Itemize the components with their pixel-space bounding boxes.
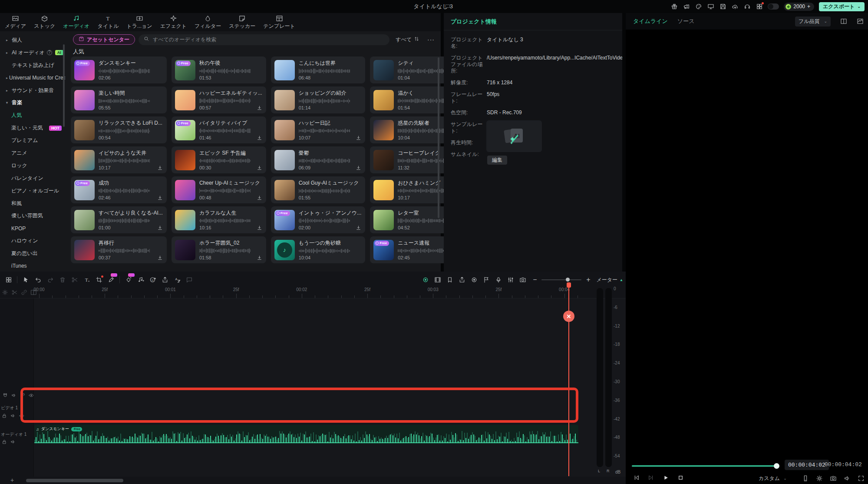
zoom-in-button[interactable]: + [585,276,592,284]
audio-card-0[interactable]: Freeダンスモンキー02:06 [71,56,167,83]
audio-card-23[interactable]: レター室04:52 [370,206,453,233]
playback-mode-dropdown[interactable]: カスタム ⌄ [759,475,787,482]
tab-filter[interactable]: フィルター [191,14,225,31]
download-icon[interactable] [157,255,163,260]
sidebar-item-11[interactable]: バレンタイン [0,172,65,185]
keyframe-icon[interactable] [125,276,132,284]
audio-card-19[interactable]: おひさまハミング10:17 [370,176,453,203]
download-icon[interactable] [356,165,361,170]
download-icon[interactable] [257,105,262,110]
zoom-knob[interactable] [566,278,570,282]
sidebar-item-14[interactable]: 優しい雰囲気 [0,209,65,222]
filter-dropdown[interactable]: すべて [396,36,419,43]
export-clip-icon[interactable] [161,276,168,284]
auto-translate-icon[interactable]: A [173,276,181,284]
tab-effect[interactable]: エフェクト [156,14,191,31]
tab-media[interactable]: メディア [1,14,30,31]
ruler-split-icon[interactable] [11,289,18,295]
download-icon[interactable] [157,195,163,200]
tab-sticker[interactable]: ステッカー [225,14,259,31]
add-to-track-icon[interactable] [434,276,442,284]
audio-card-8[interactable]: リラックスできる LoFi D...00:54 [71,116,167,143]
audio-card-14[interactable]: 憂鬱06:09 [271,146,366,173]
add-coins-button[interactable]: + [807,3,810,10]
sidebar-item-3[interactable]: ▸Universal Music for Crea... [0,72,65,84]
select-tool-icon[interactable] [22,276,30,284]
tab-source[interactable]: ソース [677,17,695,25]
audio-card-16[interactable]: Free成功02:46 [71,176,167,203]
grid-scrollbar[interactable] [438,57,439,218]
headset-icon[interactable] [743,3,751,10]
audio-card-22[interactable]: Freeイントゥ・ジ・アンノウ...02:00 [271,206,366,233]
sidebar-scrollbar[interactable] [63,44,65,127]
sidebar-item-16[interactable]: ハロウィン [0,235,65,247]
undo-icon[interactable] [34,276,42,284]
tab-stock[interactable]: ストック [30,14,59,31]
audio-card-21[interactable]: カラフルな人生10:16 [172,206,266,233]
sidebar-item-4[interactable]: ▸サウンド・効果音 [0,84,65,97]
audio-card-24[interactable]: 再移行00:37 [71,236,167,263]
render-preview-icon[interactable] [422,276,429,284]
timeline-zoom-slider[interactable] [541,279,581,280]
scope-icon[interactable] [857,18,864,25]
audio-mute-icon[interactable] [10,438,16,446]
audio-card-3[interactable]: シティ01:04 [370,56,453,83]
download-icon[interactable] [257,255,262,260]
gift-icon[interactable] [670,3,678,10]
add-music-icon[interactable] [137,276,144,284]
tab-title[interactable]: Tタイトル [93,14,122,31]
search-input[interactable]: すべてのオーディオを検索 [139,34,389,45]
delete-icon[interactable] [59,276,66,284]
audio-card-9[interactable]: Freeバイタリティバイブ01:46 [172,116,266,143]
ruler-link-icon[interactable] [21,289,27,295]
audio-card-20[interactable]: すべてがより良くなる-AI...01:00 [71,206,167,233]
toolbar-grid-icon[interactable] [5,276,12,284]
audio-card-26[interactable]: ♪もう一つの角砂糖10:04 [271,236,366,263]
project-title-menu-icon[interactable] [445,3,451,10]
tab-timeline[interactable]: タイムライン [633,17,668,25]
coin-balance[interactable]: 2000+ [784,3,814,11]
download-icon[interactable] [157,165,163,170]
apps-grid-icon[interactable] [756,3,763,10]
audio-card-13[interactable]: エピック SF 予告編00:30 [172,146,266,173]
palette-icon[interactable] [695,3,702,10]
fullscreen-icon[interactable] [858,475,865,482]
play-button[interactable] [661,474,670,483]
sidebar-item-17[interactable]: 夏の思い出 [0,247,65,260]
download-icon[interactable] [257,135,262,140]
video-mute-icon[interactable] [10,412,16,420]
snap-icon[interactable] [3,392,8,400]
sidebar-item-0[interactable]: ▸個人 [0,34,65,46]
download-icon[interactable] [257,225,262,230]
download-icon[interactable] [356,135,361,140]
audio-card-6[interactable]: ショッピングの紹介01:14 [271,86,366,113]
more-options-button[interactable]: ··· [427,36,435,43]
audio-card-27[interactable]: Freeニュース速報02:45 [370,236,453,263]
stop-button[interactable] [676,474,685,483]
quick-export-icon[interactable] [459,276,466,284]
mode-toggle[interactable] [768,3,779,10]
sidebar-item-13[interactable]: 和風 [0,197,65,210]
speech-to-text-icon[interactable] [185,276,193,284]
download-icon[interactable] [257,195,262,200]
audio-card-12[interactable]: イビサのような天井10:17 [71,146,167,173]
crop-icon[interactable] [95,276,102,284]
audio-card-10[interactable]: ハッピー日記10:07 [271,116,366,143]
sidebar-item-7[interactable]: 楽しい・元気HOT [0,122,65,134]
download-icon[interactable] [257,165,262,170]
snapshot-icon[interactable] [519,276,527,284]
redo-icon[interactable] [46,276,54,284]
next-frame-button[interactable] [647,474,655,483]
meter-toggle-button[interactable]: メーター▲ [597,276,623,284]
save-icon[interactable] [719,3,726,10]
audio-card-2[interactable]: こんにちは世界06:48 [271,56,366,83]
display-icon[interactable] [707,3,714,10]
volume-icon[interactable] [844,475,851,482]
add-track-button[interactable]: + [10,477,14,484]
sidebar-item-18[interactable]: iTunes [0,260,65,272]
audio-card-4[interactable]: 楽しい時間05:55 [71,86,167,113]
audio-card-25[interactable]: ホラー雰囲気_0201:58 [172,236,266,263]
cloud-upload-icon[interactable] [731,3,739,10]
zoom-out-button[interactable]: − [531,276,539,284]
tab-transition[interactable]: トラ...ョン [123,14,156,31]
